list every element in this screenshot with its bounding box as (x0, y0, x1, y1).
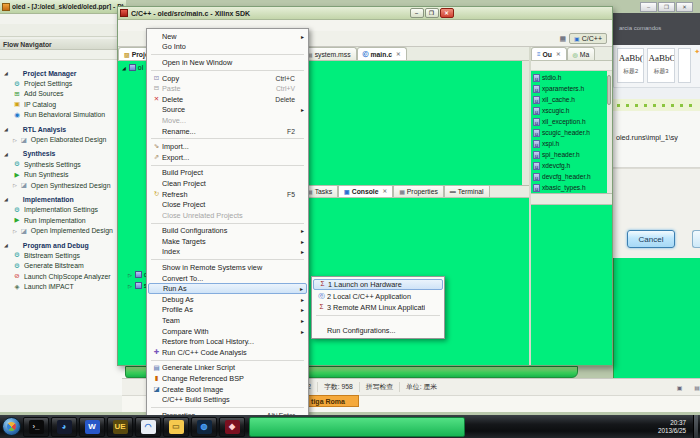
taskbar-button[interactable]: ◍ (191, 417, 217, 437)
context-menu-item[interactable]: ▤ Generate Linker Script (148, 363, 307, 374)
context-menu-item[interactable]: ✚ Run C/C++ Code Analysis (148, 347, 307, 358)
context-menu-item[interactable]: ⊟ Paste Ctrl+V (148, 83, 307, 94)
flow-navigator-item[interactable]: ▣ IP Catalog (4, 99, 126, 109)
context-menu-item[interactable]: Open in New Window (148, 57, 307, 68)
include-item[interactable]: u scugic_header.h (533, 127, 607, 138)
start-button[interactable] (2, 417, 21, 436)
context-menu-item[interactable]: Close Unrelated Projects (148, 210, 307, 221)
taskbar-button[interactable]: ◠ (135, 417, 161, 437)
context-menu-item[interactable]: Index (148, 247, 307, 258)
include-item[interactable]: u spi_header.h (533, 149, 607, 160)
word-minimize-button[interactable]: ‒ (640, 2, 657, 12)
outline-tab[interactable]: ◎ Ma (567, 47, 596, 60)
context-menu-item[interactable]: ▮ Change Referenced BSP (148, 373, 307, 384)
outline-tab[interactable]: ≡ Ou (531, 47, 567, 60)
taskbar-button[interactable]: ◆ (219, 417, 245, 437)
sdk-close-button[interactable]: ✕ (440, 8, 454, 18)
flow-navigator-item[interactable]: ▶ Run Implementation (4, 215, 126, 225)
include-item[interactable]: u devcfg_header.h (533, 171, 607, 182)
context-menu-item[interactable]: ↻ Refresh F5 (148, 189, 307, 200)
submenu-item[interactable]: ⓔ 2 Local C/C++ Application (313, 290, 443, 301)
include-item[interactable]: u xil_cache.h (533, 94, 607, 105)
console-tab[interactable]: ▦ Properties (393, 185, 444, 197)
submenu-item[interactable]: Σ 1 Launch on Hardware (313, 279, 443, 290)
context-menu-item[interactable]: Build Configurations (148, 226, 307, 237)
flow-navigator-item[interactable]: ⚙ Project Settings (4, 78, 126, 88)
taskbar-button[interactable]: ◕ (51, 417, 77, 437)
context-menu-item[interactable]: Clean Project (148, 178, 307, 189)
flow-navigator-item[interactable]: ⊘ Launch ChipScope Analyzer (4, 271, 126, 281)
console-tab[interactable]: ▣ Console (338, 185, 393, 197)
view-mode-icon[interactable]: ▣ (671, 384, 683, 391)
planahead-titlebar[interactable]: oled - [J:/oled_sk/oled/oled.ppr] - Plan (0, 0, 126, 14)
context-menu-item[interactable]: ◪ Create Boot Image (148, 384, 307, 395)
flow-navigator-item[interactable]: ◪ Open Elaborated Design (4, 134, 126, 144)
editor-tab[interactable]: ⓒ main.c (357, 47, 407, 60)
taskbar-button[interactable]: W (79, 417, 105, 437)
taskbar-button[interactable]: ›_ (23, 417, 49, 437)
taskbar-clock[interactable]: 20:37 2013/6/25 (655, 419, 689, 434)
include-item[interactable]: u xil_exception.h (533, 116, 607, 127)
flow-navigator-item[interactable]: Project Manager (4, 68, 126, 78)
flow-navigator-item[interactable]: RTL Analysis (4, 124, 126, 134)
editor-scrollbar[interactable] (523, 65, 528, 99)
outline-scrollbar[interactable] (607, 75, 611, 105)
taskbar-button[interactable]: ▭ (163, 417, 189, 437)
context-menu-item[interactable]: Team (148, 315, 307, 326)
partial-button[interactable] (692, 230, 700, 248)
context-menu-item[interactable]: Restore from Local History... (148, 336, 307, 347)
word-maximize-button[interactable]: ❐ (658, 2, 675, 12)
context-menu-item[interactable]: ⇗ Export... (148, 152, 307, 163)
context-menu-item[interactable]: Close Project (148, 199, 307, 210)
sdk-maximize-button[interactable]: ❐ (425, 8, 439, 18)
word-close-button[interactable]: ✕ (676, 2, 693, 12)
context-menu-item[interactable]: New (148, 31, 307, 42)
context-menu-item[interactable]: Profile As (148, 305, 307, 316)
submenu-item[interactable] (313, 313, 443, 324)
flow-navigator-item[interactable]: Program and Debug (4, 240, 126, 250)
submenu-item[interactable]: Σ 3 Remote ARM Linux Application (313, 302, 443, 313)
cancel-button[interactable]: Cancel (627, 230, 675, 248)
context-menu-item[interactable]: C/C++ Build Settings (148, 394, 307, 405)
context-menu-item[interactable]: ⇘ Import... (148, 141, 307, 152)
view-mode-icon-2[interactable]: ▤ (688, 384, 700, 391)
context-menu-item[interactable]: Make Targets (148, 236, 307, 247)
include-item[interactable]: u xscugic.h (533, 105, 607, 116)
context-menu-item[interactable]: Source (148, 105, 307, 116)
flow-navigator-item[interactable]: Implementation (4, 194, 126, 204)
sdk-minimize-button[interactable]: ‒ (410, 8, 424, 18)
context-menu-item[interactable]: Rename... F2 (148, 126, 307, 137)
cpp-perspective-button[interactable]: ▣ C/C++ (569, 33, 607, 44)
include-item[interactable]: u xparameters.h (533, 83, 607, 94)
open-perspective-icon[interactable]: ▦ (559, 35, 566, 42)
taskbar-button[interactable]: UE (107, 417, 133, 437)
include-item[interactable]: u stdio.h (533, 72, 607, 83)
console-tab[interactable]: ▬ Terminal (444, 185, 490, 197)
code-editor[interactable] (301, 61, 529, 185)
context-menu-item[interactable]: Go Into (148, 42, 307, 53)
flow-navigator-item[interactable]: ⚙ Bitstream Settings (4, 250, 126, 260)
context-menu-item[interactable]: Compare With (148, 326, 307, 337)
context-menu-item[interactable]: Run As (148, 283, 307, 294)
context-menu-item[interactable]: ✕ Delete Delete (148, 94, 307, 105)
flow-navigator-item[interactable]: ◪ Open Implemented Design (4, 225, 126, 235)
flow-navigator-item[interactable]: ⚙ Implementation Settings (4, 205, 126, 215)
project-tree-item[interactable]: ol (122, 64, 143, 71)
editor-tab[interactable]: ▤ system.mss (301, 47, 357, 60)
context-menu-item[interactable]: ⊡ Copy Ctrl+C (148, 73, 307, 84)
context-menu-item[interactable]: Show in Remote Systems view (148, 262, 307, 273)
include-item[interactable]: u xbasic_types.h (533, 182, 607, 193)
flow-navigator-item[interactable]: Synthesis (4, 149, 126, 159)
flow-navigator-item[interactable]: ◈ Launch iMPACT (4, 281, 126, 291)
include-item[interactable]: u xdevcfg.h (533, 160, 607, 171)
submenu-item[interactable]: Run Configurations... (313, 325, 443, 336)
style-card-heading3[interactable]: AaBbC 标题3 (647, 48, 674, 83)
style-card-partial[interactable] (678, 48, 691, 83)
show-desktop-button[interactable] (693, 415, 698, 438)
status-spellcheck[interactable]: 拼写检查 (359, 382, 393, 392)
style-card-heading2[interactable]: AaBb( 标题2 (617, 48, 644, 83)
context-menu-item[interactable]: Convert To... (148, 273, 307, 284)
flow-navigator-item[interactable]: ◪ Open Synthesized Design (4, 180, 126, 190)
sdk-titlebar[interactable]: C/C++ - oled/src/main.c - Xilinx SDK ‒ ❐… (118, 7, 612, 20)
context-menu-item[interactable]: Build Project (148, 168, 307, 179)
